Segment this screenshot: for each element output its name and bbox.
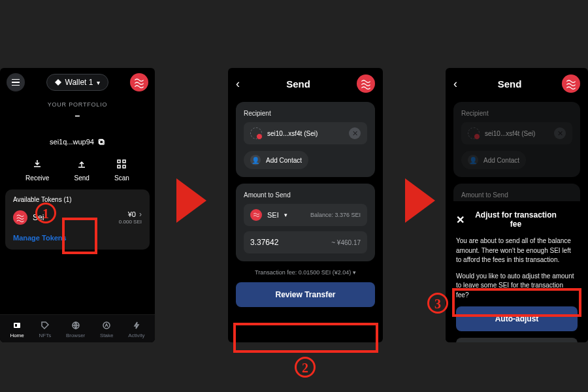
back-button[interactable]: ‹ [453, 77, 457, 91]
portfolio-value: – [0, 110, 155, 121]
download-icon [32, 159, 42, 169]
svg-rect-3 [118, 160, 120, 163]
wallet-address[interactable]: sei1q...wup94 [50, 138, 94, 146]
page-title: Send [286, 78, 310, 90]
nav-browser[interactable]: Browser [66, 320, 85, 338]
svg-marker-0 [55, 79, 61, 86]
svg-rect-4 [123, 160, 125, 163]
nav-nfts[interactable]: NFTs [39, 320, 51, 338]
nav-activity-label: Activity [128, 333, 144, 338]
adjust-fee-modal: ✕ Adjust for transaction fee You are abo… [446, 201, 588, 342]
svg-rect-8 [15, 324, 17, 327]
add-contact-icon: 👤 [250, 155, 261, 165]
svg-rect-6 [123, 165, 125, 168]
amount-label: Amount to Send [244, 191, 367, 199]
recipient-field[interactable]: sei10...xsf4t (Sei) ✕ [244, 122, 367, 144]
receive-label: Receive [25, 174, 49, 182]
sei-token-icon [13, 210, 27, 225]
amount-fiat: ~ ¥460.17 [331, 239, 361, 246]
auto-adjust-button[interactable]: Auto-adjust [456, 306, 578, 331]
page-title: Send [498, 78, 522, 90]
amount-label: Amount to Send [461, 191, 572, 199]
token-balance: Balance: 3.376 SEI [310, 212, 361, 218]
manage-tokens-link[interactable]: Manage Tokens [13, 234, 142, 242]
receive-button[interactable]: Receive [25, 157, 49, 182]
contact-avatar-icon [468, 127, 480, 139]
add-contact-label: Add Contact [483, 157, 519, 164]
arrow-right-icon [176, 178, 206, 223]
token-fiat: ¥0 [128, 210, 136, 218]
token-balance: 0.000 SEI [119, 219, 142, 225]
nav-home-label: Home [10, 333, 24, 338]
available-tokens-label: Available Tokens (1) [13, 196, 142, 203]
nav-activity[interactable]: Activity [128, 320, 144, 338]
copy-icon[interactable] [98, 139, 105, 146]
tag-icon [41, 321, 50, 330]
modal-text-1: You are about to send all of the balance… [456, 237, 578, 265]
qr-scan-icon [116, 159, 127, 169]
contact-avatar-icon [250, 127, 262, 139]
review-transfer-button[interactable]: Review Transfer [236, 282, 375, 307]
add-contact-icon: 👤 [468, 155, 478, 165]
amount-input[interactable]: 3.37642 ~ ¥460.17 [244, 231, 367, 253]
home-icon [12, 321, 22, 330]
portfolio-screen: Wallet 1 ▾ YOUR PORTFOLIO – sei1q...wup9… [0, 68, 155, 342]
auto-adjust-label: Auto-adjust [495, 314, 539, 323]
recipient-value: sei10...xsf4t (Sei) [485, 130, 535, 137]
step1-badge: 1 [35, 203, 56, 223]
menu-button[interactable] [7, 73, 25, 91]
nav-browser-label: Browser [66, 333, 85, 338]
nav-stake-label: Stake [100, 333, 113, 338]
send-screen-with-modal: ‹ Send Recipient sei10...xsf4t (Sei) ✕ 👤… [446, 68, 588, 342]
upload-icon [76, 159, 87, 169]
nav-nfts-label: NFTs [39, 333, 51, 338]
send-button[interactable]: Send [74, 157, 89, 182]
globe-icon [71, 321, 80, 330]
recipient-value: sei10...xsf4t (Sei) [267, 130, 318, 137]
transaction-fee-text: Transaction fee: 0.01500 SEI (¥2.04) [255, 269, 351, 276]
recipient-label: Recipient [244, 110, 367, 117]
scan-label: Scan [114, 174, 129, 182]
recipient-card: Recipient sei10...xsf4t (Sei) ✕ 👤 Add Co… [453, 102, 580, 177]
review-transfer-label: Review Transfer [275, 290, 335, 299]
step2-badge: 2 [295, 357, 316, 378]
clear-recipient-button: ✕ [554, 127, 566, 139]
modal-text-2: Would you like to auto adjust the amount… [456, 272, 578, 301]
sei-network-icon[interactable] [357, 74, 375, 93]
lightning-icon [132, 321, 141, 330]
cancel-transaction-button[interactable]: Cancel Transaction [456, 338, 578, 342]
send-screen: ‹ Send Recipient sei10...xsf4t (Sei) ✕ 👤… [228, 68, 383, 342]
portfolio-label: YOUR PORTFOLIO [0, 101, 155, 108]
available-tokens-card: Available Tokens (1) Sei ¥0 › 0.000 SEI … [5, 189, 150, 250]
amount-value: 3.37642 [250, 238, 278, 247]
amount-card: Amount to Send SEI ▾ Balance: 3.376 SEI … [236, 184, 375, 261]
clear-recipient-button[interactable]: ✕ [349, 127, 361, 139]
recipient-card: Recipient sei10...xsf4t (Sei) ✕ 👤 Add Co… [236, 102, 375, 177]
add-contact-button[interactable]: 👤 Add Contact [244, 151, 308, 169]
chevron-right-icon: › [139, 210, 142, 219]
scan-button[interactable]: Scan [114, 157, 129, 182]
send-label: Send [74, 174, 89, 182]
chevron-down-icon: ▾ [353, 269, 356, 276]
wallet-label: Wallet 1 [65, 78, 93, 87]
wallet-diamond-icon [55, 79, 61, 86]
nav-home[interactable]: Home [10, 320, 24, 338]
back-button[interactable]: ‹ [236, 77, 240, 91]
close-modal-button[interactable]: ✕ [456, 214, 465, 226]
token-symbol: SEI [267, 211, 279, 219]
sei-token-icon [250, 209, 262, 221]
sei-network-icon[interactable] [562, 74, 580, 93]
sei-network-icon[interactable] [130, 73, 148, 91]
chevron-down-icon: ▾ [284, 212, 287, 218]
modal-title: Adjust for transaction fee [471, 210, 561, 229]
wallet-selector[interactable]: Wallet 1 ▾ [46, 74, 109, 91]
transaction-fee-row[interactable]: Transaction fee: 0.01500 SEI (¥2.04) ▾ [228, 269, 383, 276]
token-row[interactable]: Sei ¥0 › 0.000 SEI [13, 210, 142, 225]
token-selector[interactable]: SEI ▾ Balance: 3.376 SEI [244, 204, 367, 226]
stake-icon [102, 321, 111, 330]
step3-badge: 3 [427, 293, 448, 314]
nav-stake[interactable]: Stake [100, 320, 113, 338]
add-contact-button: 👤 Add Contact [461, 151, 526, 169]
svg-rect-5 [118, 165, 120, 168]
arrow-right-icon [405, 178, 435, 223]
